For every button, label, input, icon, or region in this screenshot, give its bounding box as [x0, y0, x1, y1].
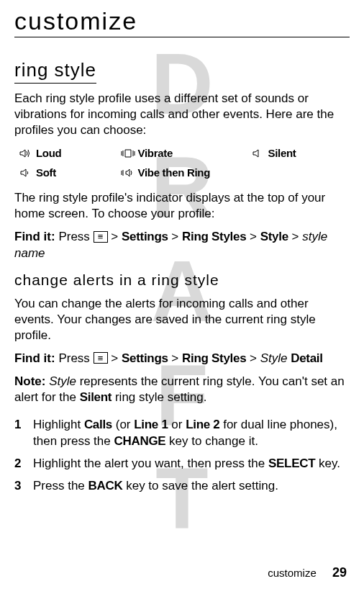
- ring-style-intro: Each ring style profile uses a different…: [14, 91, 350, 138]
- menu-key-icon-2: [94, 352, 108, 364]
- step-2-text: Highlight the alert you want, then press…: [33, 456, 340, 472]
- vibrate-icon: [121, 148, 135, 159]
- profile-loud-label: Loud: [36, 147, 61, 159]
- find-it-press-2: Press: [58, 351, 89, 365]
- step-2-t2: key.: [315, 457, 340, 470]
- step-3-t1: Press the: [33, 479, 88, 493]
- silent-icon: [250, 148, 265, 159]
- section-ring-style-heading: ring style: [14, 59, 96, 84]
- profile-silent: Silent: [250, 147, 345, 159]
- note-silent: Silent: [80, 390, 112, 404]
- profile-loud: Loud: [19, 147, 114, 159]
- step-1: 1 Highlight Calls (or Line 1 or Line 2 f…: [14, 417, 350, 450]
- path2-settings: Settings: [122, 351, 168, 365]
- step-3-back: BACK: [88, 479, 123, 493]
- step-1-calls: Calls: [84, 418, 112, 431]
- page-footer: customize 29: [268, 565, 347, 580]
- soft-icon: [19, 167, 33, 179]
- find-it-change-alerts: Find it: Press > Settings > Ring Styles …: [14, 351, 350, 367]
- ring-style-after-profiles: The ring style profile's indicator displ…: [14, 190, 350, 222]
- step-1-line2: Line 2: [186, 418, 219, 431]
- step-1-t2: (or: [112, 418, 134, 431]
- step-3-t2: key to save the alert setting.: [122, 479, 278, 493]
- profile-vibe-then-ring: Vibe then Ring: [121, 166, 244, 179]
- note-text-2: ring style setting.: [112, 390, 206, 404]
- loud-icon: [19, 148, 33, 159]
- path2-style: Style: [260, 351, 288, 365]
- find-it-label: Find it:: [14, 230, 55, 243]
- profile-soft-label: Soft: [36, 166, 56, 179]
- step-2: 2 Highlight the alert you want, then pre…: [14, 456, 350, 472]
- step-3-number: 3: [14, 478, 23, 495]
- vibe-then-ring-icon: [121, 167, 135, 179]
- note-paragraph: Note: Style represents the current ring …: [14, 374, 350, 405]
- footer-label: customize: [268, 567, 317, 579]
- find-it-label-2: Find it:: [14, 351, 55, 365]
- path-settings: Settings: [122, 230, 168, 243]
- find-it-ring-style: Find it: Press > Settings > Ring Styles …: [14, 229, 350, 261]
- profile-vibe-then-ring-label: Vibe then Ring: [138, 166, 211, 179]
- note-style-word: Style: [49, 374, 76, 388]
- note-label: Note:: [14, 374, 45, 388]
- step-2-select: SELECT: [268, 457, 315, 470]
- profile-vibrate-label: Vibrate: [138, 147, 173, 159]
- step-1-t5: key to change it.: [165, 434, 258, 448]
- step-1-t1: Highlight: [33, 418, 84, 431]
- path-style: Style: [260, 230, 288, 243]
- page-content: customize ring style Each ring style pro…: [14, 7, 350, 495]
- step-2-t1: Highlight the alert you want, then press…: [33, 457, 268, 470]
- path2-ring-styles: Ring Styles: [182, 351, 246, 365]
- step-3: 3 Press the BACK key to save the alert s…: [14, 478, 350, 495]
- profile-silent-label: Silent: [268, 147, 296, 159]
- step-1-text: Highlight Calls (or Line 1 or Line 2 for…: [33, 417, 350, 450]
- menu-key-icon: [94, 231, 108, 243]
- page-number: 29: [332, 565, 347, 580]
- change-alerts-intro: You can change the alerts for incoming c…: [14, 296, 350, 343]
- step-2-number: 2: [14, 456, 23, 472]
- section-change-alerts-heading: change alerts in a ring style: [14, 271, 350, 289]
- find-it-press: Press: [58, 230, 89, 243]
- step-1-line1: Line 1: [134, 418, 168, 431]
- path-ring-styles: Ring Styles: [182, 230, 246, 243]
- step-3-text: Press the BACK key to save the alert set…: [33, 478, 278, 495]
- step-1-number: 1: [14, 417, 23, 450]
- profile-vibrate: Vibrate: [121, 147, 244, 159]
- step-1-t3: or: [168, 418, 186, 431]
- profiles-grid: Loud Vibrate Silent Soft Vibe then Ring: [14, 147, 350, 179]
- profile-soft: Soft: [19, 166, 114, 179]
- step-1-change: CHANGE: [114, 434, 165, 448]
- path2-detail: Detail: [291, 351, 323, 365]
- page-title: customize: [14, 7, 350, 37]
